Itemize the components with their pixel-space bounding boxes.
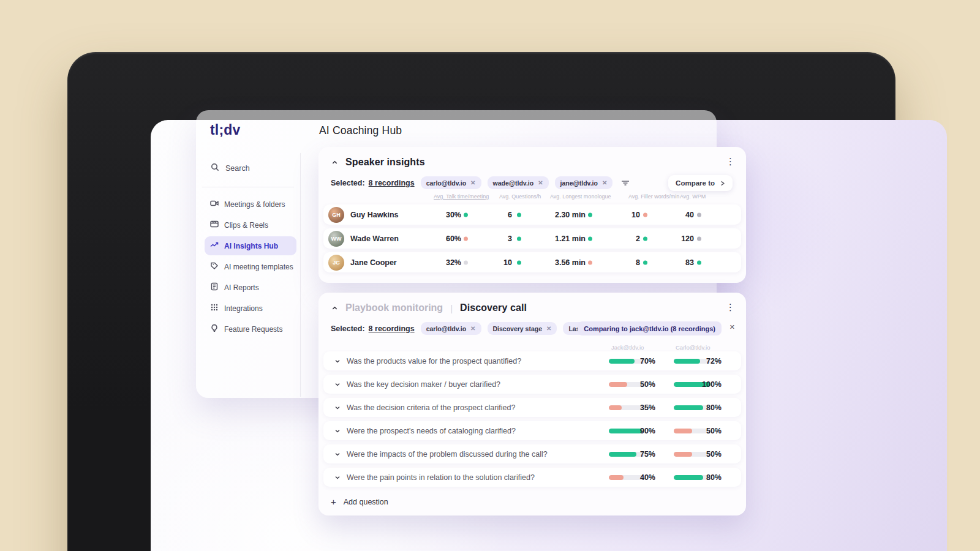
column-header: Avg. Longest monologue: [550, 193, 611, 200]
search-label: Search: [225, 164, 250, 173]
desktop-background: tl;dv Search Meetings & folders Clips & …: [0, 0, 980, 551]
chip-label: carlo@tldv.io: [426, 325, 466, 332]
sidebar-item-meetings-folders[interactable]: Meetings & folders: [205, 195, 296, 214]
table-row[interactable]: JC Jane Cooper 32% 10 3.56 min 8 83: [323, 252, 741, 272]
table-row[interactable]: WW Wade Warren 60% 3 1.21 min 2 120: [323, 228, 741, 249]
percent-value: 72%: [706, 357, 722, 365]
chevron-down-icon[interactable]: [334, 405, 341, 411]
progress-bar: [609, 382, 627, 387]
grid-dots-icon: [210, 303, 219, 313]
comparing-badge[interactable]: Comparing to jack@tldv.io (8 recordings): [578, 321, 722, 335]
progress-bar: [609, 475, 624, 480]
chevron-down-icon[interactable]: [334, 451, 341, 457]
progress-bar: [674, 475, 703, 480]
progress-bar: [674, 452, 692, 457]
chevron-down-icon[interactable]: [334, 381, 341, 388]
question-row[interactable]: Were the prospect's needs of cataloging …: [323, 421, 741, 440]
question-row[interactable]: Was the decision criteria of the prospec…: [323, 398, 741, 417]
filter-chip[interactable]: jane@tldv.io✕: [555, 176, 613, 189]
question-row[interactable]: Was the key decision maker / buyer clari…: [323, 375, 741, 394]
progress-bar: [609, 429, 642, 433]
close-icon[interactable]: ✕: [470, 179, 475, 186]
status-dot: [643, 236, 647, 241]
percent-value: 50%: [706, 450, 722, 459]
status-dot: [464, 260, 468, 264]
status-dot: [643, 260, 647, 264]
kebab-menu-icon[interactable]: ⋮: [726, 302, 735, 312]
avatar: GH: [328, 207, 344, 223]
status-dot: [588, 236, 592, 241]
filter-lines-icon[interactable]: [621, 179, 630, 187]
speaker-name: Wade Warren: [350, 234, 399, 243]
clapperboard-icon: [210, 220, 219, 230]
progress-bar: [609, 452, 636, 457]
status-dot: [464, 236, 468, 241]
close-icon[interactable]: ✕: [602, 179, 607, 186]
metric-value: 2: [636, 234, 640, 243]
metric-value: 40: [685, 211, 694, 219]
sidebar-item-ai-reports[interactable]: AI Reports: [205, 278, 296, 297]
percent-value: 40%: [640, 473, 655, 482]
add-question-label: Add question: [344, 498, 388, 506]
column-header: Avg. WPM: [680, 193, 706, 200]
status-dot: [697, 212, 701, 217]
filter-chip[interactable]: Discovery stage✕: [488, 322, 557, 335]
compare-to-button[interactable]: Compare to: [668, 175, 733, 191]
status-dot: [588, 260, 592, 264]
sidebar-item-ai-insights-hub[interactable]: AI Insights Hub: [205, 236, 296, 255]
question-row[interactable]: Were the pain points in relation to the …: [323, 468, 741, 487]
status-dot: [643, 212, 647, 217]
question-row[interactable]: Was the products value for the prospect …: [323, 351, 741, 370]
question-text: Was the key decision maker / buyer clari…: [347, 380, 500, 389]
selected-recordings-link[interactable]: 8 recordings: [369, 324, 415, 333]
question-text: Was the products value for the prospect …: [347, 357, 521, 365]
sidebar-item-clips-reels[interactable]: Clips & Reels: [205, 216, 296, 234]
percent-value: 50%: [640, 380, 655, 389]
percent-value: 100%: [702, 380, 722, 389]
collapse-chevron-icon[interactable]: [331, 159, 338, 166]
collapse-chevron-icon[interactable]: [331, 304, 338, 312]
kebab-menu-icon[interactable]: ⋮: [726, 157, 735, 166]
compare-to-label: Compare to: [676, 179, 715, 187]
metric-value: 10: [503, 258, 512, 267]
progress-bar: [674, 405, 703, 410]
chevron-down-icon[interactable]: [334, 428, 341, 434]
close-icon[interactable]: ✕: [729, 323, 735, 331]
metric-value: 8: [636, 258, 640, 267]
playbook-monitoring-panel: Playbook monitoring | Discovery call ⋮ S…: [318, 293, 746, 515]
metric-value: 32%: [446, 258, 461, 267]
status-dot: [517, 260, 521, 264]
close-icon[interactable]: ✕: [538, 179, 543, 186]
sidebar-item-label: Meetings & folders: [224, 200, 285, 209]
close-icon[interactable]: ✕: [546, 325, 551, 332]
progress-bar: [674, 429, 692, 433]
selected-recordings-link[interactable]: 8 recordings: [369, 179, 415, 187]
lightbulb-icon: [210, 324, 219, 334]
metric-value: 60%: [446, 234, 461, 243]
filter-chip[interactable]: carlo@tldv.io✕: [421, 322, 481, 335]
sidebar-item-integrations[interactable]: Integrations: [205, 299, 296, 318]
video-camera-icon: [210, 199, 219, 209]
sidebar-item-feature-requests[interactable]: Feature Requests: [205, 320, 296, 339]
search-button[interactable]: Search: [211, 163, 250, 173]
chevron-down-icon[interactable]: [334, 358, 341, 364]
filter-chip[interactable]: carlo@tldv.io✕: [421, 176, 481, 189]
add-question-button[interactable]: + Add question: [331, 497, 388, 507]
question-row[interactable]: Were the impacts of the problem discusse…: [323, 444, 741, 463]
metric-value: 6: [508, 211, 512, 219]
chevron-down-icon[interactable]: [334, 474, 341, 481]
panel-title: Discovery call: [460, 302, 527, 313]
filter-chip[interactable]: wade@tldv.io✕: [488, 176, 549, 189]
sidebar-item-ai-meeting-templates[interactable]: AI meeting templates: [205, 257, 296, 276]
status-dot: [697, 236, 701, 241]
percent-value: 35%: [640, 403, 655, 412]
column-header: Jack@tldv.io: [611, 344, 644, 351]
question-text: Were the impacts of the problem discusse…: [347, 450, 548, 459]
table-row[interactable]: GH Guy Hawkins 30% 6 2.30 min 10 40: [323, 204, 741, 225]
progress-bar: [609, 405, 622, 410]
percent-value: 50%: [706, 427, 722, 435]
close-icon[interactable]: ✕: [470, 325, 475, 332]
tag-icon: [210, 261, 219, 272]
column-header[interactable]: Avg. Talk time/meeting: [434, 193, 489, 200]
speaker-insights-panel: Speaker insights ⋮ Selected: 8 recording…: [318, 147, 746, 283]
